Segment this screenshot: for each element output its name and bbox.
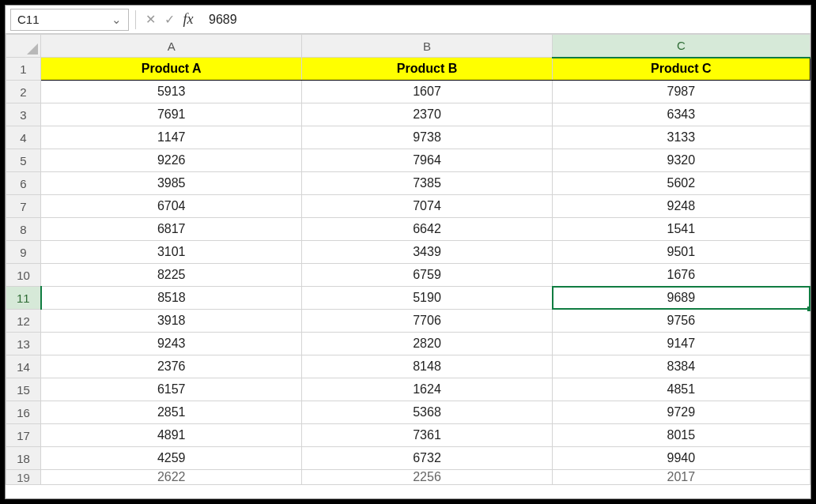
cell-B1[interactable]: Product B [302,58,552,81]
cell-A14[interactable]: 2376 [41,355,302,378]
cell-A5[interactable]: 9226 [41,149,302,172]
table-row: 15 6157 1624 4851 [6,378,810,401]
cell-B15[interactable]: 1624 [302,378,552,401]
cell-B14[interactable]: 8148 [302,355,552,378]
cell-A17[interactable]: 4891 [41,424,302,447]
cell-C17[interactable]: 8015 [552,424,810,447]
check-icon: ✓ [164,12,175,27]
cell-A2[interactable]: 5913 [41,81,302,103]
table-row: 4 1147 9738 3133 [6,126,810,149]
cell-A8[interactable]: 6817 [41,218,302,241]
cell-A15[interactable]: 6157 [41,378,302,401]
cell-C5[interactable]: 9320 [552,149,810,172]
cell-A16[interactable]: 2851 [41,401,302,424]
fill-handle[interactable] [807,307,810,311]
cell-C3[interactable]: 6343 [552,103,810,126]
table-row: 11 8518 5190 9689 [6,287,810,310]
cell-C7[interactable]: 9248 [552,195,810,218]
cell-B17[interactable]: 7361 [302,424,552,447]
cell-B4[interactable]: 9738 [302,126,552,149]
cell-C6[interactable]: 5602 [552,172,810,195]
cell-C2[interactable]: 7987 [552,81,810,103]
row-header-9[interactable]: 9 [6,241,41,264]
cell-A3[interactable]: 7691 [41,103,302,126]
cell-A4[interactable]: 1147 [41,126,302,149]
row-header-8[interactable]: 8 [6,218,41,241]
table-row: 7 6704 7074 9248 [6,195,810,218]
row-header-3[interactable]: 3 [6,103,41,126]
cell-C4[interactable]: 3133 [552,126,810,149]
chevron-down-icon[interactable]: ⌄ [111,13,122,27]
cell-C16[interactable]: 9729 [552,401,810,424]
cell-C12[interactable]: 9756 [552,310,810,333]
row-header-4[interactable]: 4 [6,126,41,149]
cell-C9[interactable]: 9501 [552,241,810,264]
row-header-1[interactable]: 1 [6,58,41,81]
column-header-C[interactable]: C [552,35,810,58]
cell-C18[interactable]: 9940 [552,447,810,470]
row-header-10[interactable]: 10 [6,264,41,287]
row-header-7[interactable]: 7 [6,195,41,218]
cell-A9[interactable]: 3101 [41,241,302,264]
cell-C15[interactable]: 4851 [552,378,810,401]
cell-C14[interactable]: 8384 [552,355,810,378]
cell-A1[interactable]: Product A [41,58,302,81]
cell-B16[interactable]: 5368 [302,401,552,424]
column-header-A[interactable]: A [41,35,302,58]
formula-input[interactable] [204,9,801,31]
row-header-15[interactable]: 15 [6,378,41,401]
column-header-B[interactable]: B [302,35,552,58]
cell-A10[interactable]: 8225 [41,264,302,287]
cell-A18[interactable]: 4259 [41,447,302,470]
name-box-value: C11 [17,13,40,26]
table-row: 16 2851 5368 9729 [6,401,810,424]
cell-B18[interactable]: 6732 [302,447,552,470]
cell-B9[interactable]: 3439 [302,241,552,264]
table-row: 19 2622 2256 2017 [6,470,810,485]
cell-C1[interactable]: Product C [552,58,810,81]
cell-C11[interactable]: 9689 [552,287,810,310]
cell-B10[interactable]: 6759 [302,264,552,287]
cell-A12[interactable]: 3918 [41,310,302,333]
row-header-14[interactable]: 14 [6,355,41,378]
cell-A11[interactable]: 8518 [41,287,302,310]
cell-A6[interactable]: 3985 [41,172,302,195]
name-box[interactable]: C11 ⌄ [10,9,129,31]
cell-B19[interactable]: 2256 [302,470,552,485]
row-header-2[interactable]: 2 [6,81,41,103]
cell-B6[interactable]: 7385 [302,172,552,195]
cell-B13[interactable]: 2820 [302,333,552,355]
formula-bar: C11 ⌄ ✕ ✓ fx [6,6,810,34]
select-all-corner[interactable] [6,35,41,58]
cell-B2[interactable]: 1607 [302,81,552,103]
cell-B12[interactable]: 7706 [302,310,552,333]
row-header-13[interactable]: 13 [6,333,41,355]
cell-B8[interactable]: 6642 [302,218,552,241]
row-header-5[interactable]: 5 [6,149,41,172]
cell-A13[interactable]: 9243 [41,333,302,355]
cell-B7[interactable]: 7074 [302,195,552,218]
row-header-17[interactable]: 17 [6,424,41,447]
cancel-button[interactable]: ✕ [141,9,160,31]
row-header-19[interactable]: 19 [6,470,41,485]
cell-C10[interactable]: 1676 [552,264,810,287]
cell-B5[interactable]: 7964 [302,149,552,172]
cell-B11[interactable]: 5190 [302,287,552,310]
table-row: 13 9243 2820 9147 [6,333,810,355]
insert-function-button[interactable]: fx [179,9,198,31]
cell-B3[interactable]: 2370 [302,103,552,126]
row-header-12[interactable]: 12 [6,310,41,333]
cell-C13[interactable]: 9147 [552,333,810,355]
fx-icon: fx [183,11,194,28]
row-header-11[interactable]: 11 [6,287,41,310]
spreadsheet-grid[interactable]: A B C 1 Product A Product B Product C 2 … [6,34,810,498]
cell-A19[interactable]: 2622 [41,470,302,485]
cell-A7[interactable]: 6704 [41,195,302,218]
cell-C8[interactable]: 1541 [552,218,810,241]
row-header-16[interactable]: 16 [6,401,41,424]
row-header-6[interactable]: 6 [6,172,41,195]
cell-C19[interactable]: 2017 [552,470,810,485]
table-row: 2 5913 1607 7987 [6,81,810,103]
confirm-button[interactable]: ✓ [160,9,179,31]
row-header-18[interactable]: 18 [6,447,41,470]
